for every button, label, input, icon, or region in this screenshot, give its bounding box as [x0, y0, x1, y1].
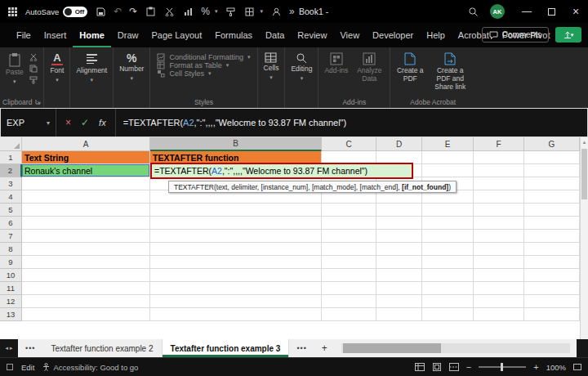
cell-A3[interactable] [22, 177, 150, 190]
insert-function-button[interactable]: fx [99, 118, 106, 128]
sheet-nav-right-icon[interactable]: ▸ [10, 345, 13, 351]
row-header-1[interactable]: 1 [0, 151, 22, 164]
row-header-3[interactable]: 3 [0, 177, 22, 190]
menu-tab-insert[interactable]: Insert [38, 24, 74, 47]
cell-B10[interactable] [150, 269, 322, 282]
format-as-table-button[interactable]: Format as Table ▾ [157, 61, 250, 69]
row-header-5[interactable]: 5 [0, 204, 22, 217]
row-header-11[interactable]: 11 [0, 282, 22, 295]
page-break-view-icon[interactable] [449, 363, 459, 371]
cell-A13[interactable] [22, 308, 150, 321]
vertical-scrollbar[interactable]: ▲ [580, 137, 588, 339]
cell-D6[interactable] [376, 217, 422, 230]
cell-F7[interactable] [474, 230, 524, 243]
column-header-B[interactable]: B [150, 137, 322, 151]
column-header-E[interactable]: E [422, 137, 474, 151]
cell-G8[interactable] [524, 243, 580, 256]
cut-icon[interactable] [163, 6, 175, 17]
row-header-12[interactable]: 12 [0, 295, 22, 308]
cell-styles-button[interactable]: Cell Styles ▾ [157, 69, 250, 78]
cell-A12[interactable] [22, 295, 150, 308]
cell-C5[interactable] [322, 204, 376, 217]
menu-tab-file[interactable]: File [10, 24, 38, 47]
sheet-tab[interactable]: Textafter function example 3 [163, 339, 290, 357]
cell-G1[interactable] [524, 151, 580, 164]
cell-E6[interactable] [422, 217, 474, 230]
row-header-6[interactable]: 6 [0, 217, 22, 230]
cell-G11[interactable] [524, 282, 580, 295]
row-header-8[interactable]: 8 [0, 243, 22, 256]
cell-A4[interactable] [22, 190, 150, 204]
cell-E5[interactable] [422, 204, 474, 217]
autosave-control[interactable]: AutoSave Off [25, 7, 87, 17]
sheet-nav-buttons[interactable]: ◂ ▸ [0, 339, 18, 357]
cell-C13[interactable] [322, 308, 376, 321]
page-layout-view-icon[interactable] [432, 363, 442, 371]
create-pdf-button[interactable]: Create a PDF [393, 50, 427, 83]
cell-C9[interactable] [322, 256, 376, 269]
font-button[interactable]: A Font ▾ [47, 50, 67, 83]
cell-C12[interactable] [322, 295, 376, 308]
cell-F2[interactable] [474, 164, 524, 177]
format-painter-icon[interactable] [225, 6, 237, 17]
menu-tab-formulas[interactable]: Formulas [208, 24, 259, 47]
cell-E1[interactable] [422, 151, 474, 164]
sheet-nav-left-icon[interactable]: ◂ [5, 345, 8, 351]
cell-F6[interactable] [474, 217, 524, 230]
cell-D9[interactable] [376, 256, 422, 269]
percent-style-icon[interactable]: % [201, 7, 210, 16]
number-button[interactable]: % Number ▾ [116, 50, 147, 82]
analyze-data-button[interactable]: Analyze Data [351, 50, 387, 83]
cell-G13[interactable] [524, 308, 580, 321]
cell-A10[interactable] [22, 269, 150, 282]
cell-C6[interactable] [322, 217, 376, 230]
cell-D5[interactable] [376, 204, 422, 217]
cell-G10[interactable] [524, 269, 580, 282]
cell-E12[interactable] [422, 295, 474, 308]
zoom-slider[interactable] [479, 366, 526, 368]
macro-record-icon[interactable] [7, 364, 13, 370]
cell-G9[interactable] [524, 256, 580, 269]
redo-icon[interactable]: ↷ [129, 7, 137, 16]
column-header-G[interactable]: G [524, 137, 580, 151]
cell-B7[interactable] [150, 230, 322, 243]
clipboard-dialog-launcher-icon[interactable] [35, 99, 41, 105]
person-icon[interactable] [270, 6, 282, 17]
cut-icon[interactable] [29, 53, 38, 61]
cell-A8[interactable] [22, 243, 150, 256]
cell-B12[interactable] [150, 295, 322, 308]
cell-F3[interactable] [474, 177, 524, 190]
cell-D13[interactable] [376, 308, 422, 321]
cell-E8[interactable] [422, 243, 474, 256]
cell-B9[interactable] [150, 256, 322, 269]
comments-button[interactable]: Comments [482, 27, 549, 43]
undo-icon[interactable]: ↶ [114, 7, 122, 16]
zoom-out-button[interactable]: − [466, 362, 471, 372]
borders-icon[interactable] [244, 6, 256, 17]
cell-A9[interactable] [22, 256, 150, 269]
row-header-2[interactable]: 2 [0, 164, 22, 177]
paste-button[interactable]: Paste ▾ [2, 50, 27, 85]
sheet-tab[interactable]: Textafter function example 2 [42, 339, 162, 357]
editing-button[interactable]: Editing ▾ [287, 50, 315, 82]
cell-B11[interactable] [150, 282, 322, 295]
maximize-button[interactable] [539, 0, 564, 23]
row-header-9[interactable]: 9 [0, 256, 22, 269]
confirm-entry-button[interactable]: ✓ [81, 117, 89, 128]
cell-E9[interactable] [422, 256, 474, 269]
menu-tab-draw[interactable]: Draw [111, 24, 145, 47]
cell-G12[interactable] [524, 295, 580, 308]
create-pdf-share-button[interactable]: Create a PDF and Share link [427, 50, 473, 91]
formula-input[interactable]: =TEXTAFTER(A2,":",,,,"Welocme to 93.87 F… [116, 109, 587, 137]
cell-D8[interactable] [376, 243, 422, 256]
qat-overflow-icon[interactable]: » [289, 7, 295, 16]
menu-tab-view[interactable]: View [333, 24, 366, 47]
select-all-button[interactable] [0, 137, 22, 151]
row-header-4[interactable]: 4 [0, 190, 22, 204]
cell-E11[interactable] [422, 282, 474, 295]
cancel-entry-button[interactable]: × [65, 117, 71, 128]
cell-G6[interactable] [524, 217, 580, 230]
horizontal-scroll-thumb[interactable] [343, 343, 441, 353]
cell-B8[interactable] [150, 243, 322, 256]
cell-G5[interactable] [524, 204, 580, 217]
